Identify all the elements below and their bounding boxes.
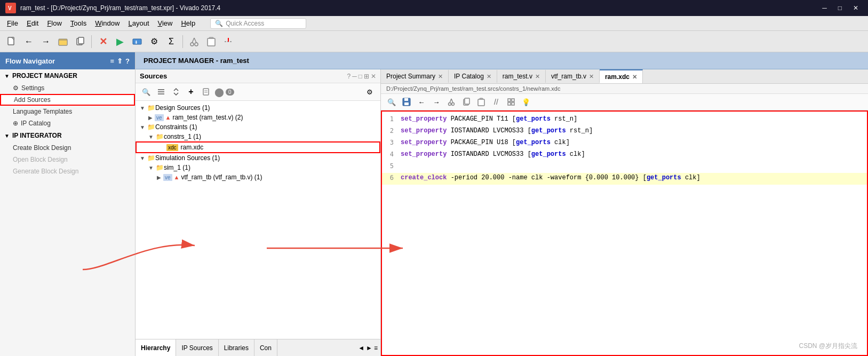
tree-sim-sources[interactable]: ▼ 📁 Simulation Sources (1) <box>136 153 380 163</box>
sources-search-btn[interactable]: 🔍 <box>140 85 153 98</box>
toolbar-open[interactable] <box>55 34 70 49</box>
tab-menu-icon[interactable]: ≡ <box>374 344 378 352</box>
sources-doc-btn[interactable] <box>200 85 212 98</box>
tab-next-icon[interactable]: ► <box>366 344 372 352</box>
tab-ram-test-v-close[interactable]: ✕ <box>535 73 540 80</box>
toolbar-copy[interactable] <box>73 34 87 49</box>
code-editor[interactable]: 1 set_property PACKAGE_PIN T11 [get_port… <box>381 110 868 356</box>
quick-access-bar[interactable]: 🔍 Quick Access <box>210 18 306 29</box>
editor-block-btn[interactable] <box>505 96 517 108</box>
menu-view[interactable]: View <box>154 18 177 29</box>
editor-redo-btn[interactable]: → <box>430 96 443 108</box>
minimize-btn[interactable]: ─ <box>818 3 831 13</box>
nav-item-lang-templates[interactable]: Language Templates <box>0 106 135 117</box>
menu-window[interactable]: Window <box>91 18 124 29</box>
tree-constrs1[interactable]: ▼ 📁 constrs_1 (1) <box>136 132 380 141</box>
toolbar-report[interactable]: Σ <box>164 34 179 49</box>
tab-project-summary[interactable]: Project Summary ✕ <box>381 70 449 83</box>
toolbar-forward[interactable]: → <box>38 34 53 49</box>
tree-vtf-ram-tb[interactable]: ▶ ve ▲ vtf_ram_tb (vtf_ram_tb.v) (1) <box>136 172 380 182</box>
ram-xdc-label: ram.xdc <box>181 144 204 151</box>
tab-ram-test-v[interactable]: ram_test.v ✕ <box>497 70 546 83</box>
toolbar-new[interactable] <box>4 34 19 49</box>
nav-collapse-icon[interactable]: ≡ <box>110 57 114 65</box>
nav-item-add-sources[interactable]: Add Sources <box>0 94 135 106</box>
maximize-btn[interactable]: □ <box>834 3 846 13</box>
pm-label: PROJECT MANAGER <box>12 72 77 80</box>
toolbar-settings[interactable]: ⚙ <box>147 34 162 49</box>
bottom-tab-controls: ◄ ► ≡ <box>355 344 380 352</box>
close-btn[interactable]: ✕ <box>849 3 863 13</box>
tree-sim1[interactable]: ▼ 📁 sim_1 (1) <box>136 163 380 172</box>
tree-ram-test[interactable]: ▶ ve ▲ ram_test (ram_test.v) (2) <box>136 113 380 122</box>
tab-prev-icon[interactable]: ◄ <box>358 344 364 352</box>
menu-tools[interactable]: Tools <box>66 18 91 29</box>
nav-item-open-bd[interactable]: Open Block Design <box>0 154 135 165</box>
sources-help-icon[interactable]: ? <box>347 73 351 80</box>
tree-constraints[interactable]: ▼ 📁 Constraints (1) <box>136 122 380 132</box>
tab-ip-catalog-close[interactable]: ✕ <box>487 73 491 80</box>
sources-add-btn[interactable]: + <box>185 85 197 98</box>
nav-ipi-header[interactable]: ▼ IP INTEGRATOR <box>0 129 135 142</box>
editor-light-btn[interactable]: 💡 <box>520 96 532 108</box>
sources-toolbar: 🔍 + ⬤ 0 <box>136 83 380 101</box>
editor-undo-btn[interactable]: ← <box>415 96 428 108</box>
sim-sources-label: Simulation Sources (1) <box>155 154 220 162</box>
menu-help[interactable]: Help <box>177 18 200 29</box>
svg-rect-15 <box>208 38 215 46</box>
verilog-icon-arrow2: ▲ <box>174 174 180 180</box>
sources-expand-btn[interactable] <box>170 85 182 98</box>
nav-item-create-bd[interactable]: Create Block Design <box>0 142 135 154</box>
tab-ip-catalog[interactable]: IP Catalog ✕ <box>449 70 497 83</box>
sources-title: Sources <box>140 72 167 80</box>
nav-item-gen-bd[interactable]: Generate Block Design <box>0 165 135 177</box>
tab-ram-xdc-close[interactable]: ✕ <box>632 74 637 81</box>
menu-file[interactable]: File <box>3 18 22 29</box>
tab-ip-sources[interactable]: IP Sources <box>176 339 218 356</box>
nav-section-pm: ▼ PROJECT MANAGER ⚙ Settings Add Sources… <box>0 69 135 129</box>
tab-vtf-ram-tb-v[interactable]: vtf_ram_tb.v ✕ <box>546 70 600 83</box>
sources-restore-icon[interactable]: □ <box>359 73 362 80</box>
editor-search-btn[interactable]: 🔍 <box>385 96 398 108</box>
toolbar-program[interactable]: ⬇ <box>130 34 145 49</box>
nav-up-icon[interactable]: ⇑ <box>117 57 123 65</box>
nav-item-settings[interactable]: ⚙ Settings <box>0 82 135 94</box>
tab-libraries[interactable]: Libraries <box>219 339 254 356</box>
toolbar-paste[interactable] <box>204 34 219 49</box>
sources-dock-icon[interactable]: ⊞ <box>364 73 369 80</box>
editor-comment-btn[interactable]: // <box>490 96 503 108</box>
toolbar-stop[interactable]: ✕ <box>95 34 110 49</box>
tab-vtf-ram-tb-v-close[interactable]: ✕ <box>589 73 594 80</box>
tab-hierarchy[interactable]: Hierarchy <box>136 339 176 356</box>
menu-layout[interactable]: Layout <box>124 18 153 29</box>
editor-cut-btn[interactable] <box>445 96 458 108</box>
tab-project-summary-close[interactable]: ✕ <box>438 73 443 80</box>
toolbar-sep2 <box>182 35 183 48</box>
constraints-folder-icon: 📁 <box>147 123 155 131</box>
nav-item-ip-catalog[interactable]: ⊕ IP Catalog <box>0 117 135 129</box>
toolbar-cut[interactable] <box>187 34 202 49</box>
tree-ram-xdc[interactable]: xdc ram.xdc <box>136 141 380 153</box>
nav-help-icon[interactable]: ? <box>125 57 130 65</box>
sources-gear-btn[interactable]: ⚙ <box>363 85 376 98</box>
menu-bar: File Edit Flow Tools Window Layout View … <box>0 16 868 31</box>
svg-point-28 <box>452 103 455 106</box>
toolbar-back[interactable]: ← <box>21 34 36 49</box>
sources-collapse-btn[interactable] <box>155 85 168 98</box>
toolbar-run[interactable]: ▶ <box>113 34 128 49</box>
sources-close-icon[interactable]: ✕ <box>371 73 376 80</box>
menu-edit[interactable]: Edit <box>22 18 43 29</box>
nav-pm-header[interactable]: ▼ PROJECT MANAGER <box>0 69 135 82</box>
ram-test-label: ram_test (ram_test.v) (2) <box>172 114 243 121</box>
editor-save-btn[interactable] <box>400 96 413 108</box>
line-num-4: 4 <box>382 149 398 158</box>
editor-copy-btn[interactable] <box>460 96 473 108</box>
editor-paste-btn[interactable] <box>475 96 488 108</box>
menu-flow[interactable]: Flow <box>43 18 66 29</box>
tree-design-sources[interactable]: ▼ 📁 Design Sources (1) <box>136 103 380 113</box>
main-content: Sources ? ─ □ ⊞ ✕ 🔍 <box>136 69 868 356</box>
sources-minimize-icon[interactable]: ─ <box>352 73 357 80</box>
toolbar-connect[interactable] <box>221 34 236 49</box>
tab-con[interactable]: Con <box>254 339 277 356</box>
tab-ram-xdc[interactable]: ram.xdc ✕ <box>600 69 643 83</box>
